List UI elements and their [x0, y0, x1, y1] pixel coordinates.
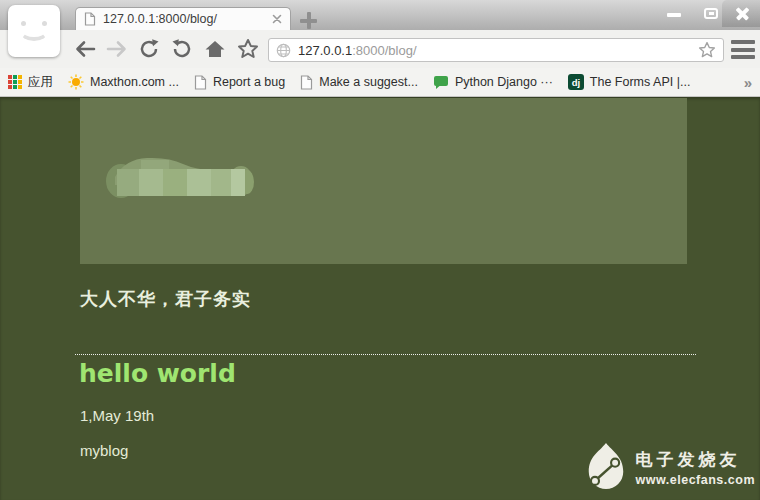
window-maximize-button[interactable] [697, 0, 725, 26]
bookmarks-bar: 应用 Maxthon.com ... Report a bug Make [0, 68, 760, 97]
watermark-text: 电子发烧友 www.elecfans.com [636, 448, 755, 487]
close-icon [735, 6, 750, 21]
bookmark-apps[interactable]: 应用 [8, 74, 53, 91]
browser-window: 127.0.0.1:8000/blog/ [0, 0, 760, 500]
sun-icon [68, 74, 84, 90]
apps-grid-icon [8, 75, 22, 89]
home-icon [203, 38, 227, 60]
bookmark-label: The Forms API |... [590, 75, 691, 89]
back-arrow-icon [73, 38, 97, 60]
bookmark-forms-api[interactable]: dj The Forms API |... [568, 74, 691, 90]
refresh-icon [138, 38, 160, 60]
star-icon [237, 38, 259, 60]
blog-motto: 大人不华，君子务实 [80, 287, 251, 311]
minimize-icon [667, 13, 681, 17]
post-title-link[interactable]: hello world [79, 359, 236, 388]
url-path: :8000/blog/ [352, 43, 416, 58]
globe-icon [276, 43, 291, 58]
window-close-button[interactable] [727, 0, 757, 26]
page-viewport: 大人不华，君子务实 hello world 1,May 19th myblog … [0, 97, 760, 500]
refresh-button[interactable] [136, 37, 162, 61]
new-tab-button[interactable] [300, 12, 317, 29]
watermark: 电子发烧友 www.elecfans.com [583, 441, 755, 493]
browser-tab[interactable]: 127.0.0.1:8000/blog/ [75, 7, 291, 30]
watermark-site-url: www.elecfans.com [636, 473, 755, 487]
window-minimize-button[interactable] [660, 0, 688, 26]
bookmark-make-suggestion[interactable]: Make a suggest... [300, 75, 418, 90]
bookmarks-overflow-chevron[interactable]: » [744, 74, 752, 91]
bookmark-label: Maxthon.com ... [90, 75, 179, 89]
bookmark-label: Make a suggest... [319, 75, 418, 89]
page-icon [194, 75, 207, 90]
post-body: myblog [80, 442, 128, 459]
undo-button[interactable] [169, 37, 195, 61]
bookmark-label: 应用 [28, 74, 53, 91]
bookmark-star-icon[interactable] [698, 41, 716, 59]
elecfans-logo-icon [583, 441, 629, 493]
hamburger-icon [731, 40, 755, 44]
url-host: 127.0.0.1 [298, 43, 352, 58]
forward-arrow-icon [105, 38, 129, 60]
tab-title: 127.0.0.1:8000/blog/ [103, 12, 272, 26]
navigation-toolbar: 127.0.0.1:8000/blog/ [0, 30, 760, 68]
page-icon [84, 12, 96, 26]
bookmark-label: Report a bug [213, 75, 285, 89]
bookmark-maxthon[interactable]: Maxthon.com ... [68, 74, 179, 90]
hamburger-icon [731, 55, 755, 59]
bookmark-report-bug[interactable]: Report a bug [194, 75, 285, 90]
post-date: 1,May 19th [80, 407, 154, 424]
back-button[interactable] [72, 37, 98, 61]
chat-bubble-icon [433, 75, 449, 90]
browser-logo-button[interactable] [8, 5, 60, 57]
blog-header-box [80, 98, 687, 264]
hamburger-icon [731, 48, 755, 52]
page-icon [300, 75, 313, 90]
smiley-mouth [20, 22, 48, 41]
bookmark-label: Python Django ··· [455, 75, 553, 89]
home-button[interactable] [202, 37, 228, 61]
bookmark-python-django[interactable]: Python Django ··· [433, 75, 553, 90]
plus-icon [307, 12, 311, 29]
url-text[interactable]: 127.0.0.1:8000/blog/ [298, 43, 698, 58]
watermark-site-name: 电子发烧友 [636, 448, 741, 471]
django-icon: dj [568, 74, 584, 90]
maximize-icon [704, 8, 718, 19]
menu-button[interactable] [731, 40, 755, 59]
address-bar[interactable]: 127.0.0.1:8000/blog/ [268, 38, 724, 62]
dotted-separator [75, 354, 696, 355]
favorites-star-button[interactable] [235, 37, 261, 61]
tab-close-icon[interactable] [272, 14, 282, 24]
forward-button[interactable] [104, 37, 130, 61]
blurred-logo [105, 151, 255, 201]
undo-arrow-icon [171, 38, 193, 60]
